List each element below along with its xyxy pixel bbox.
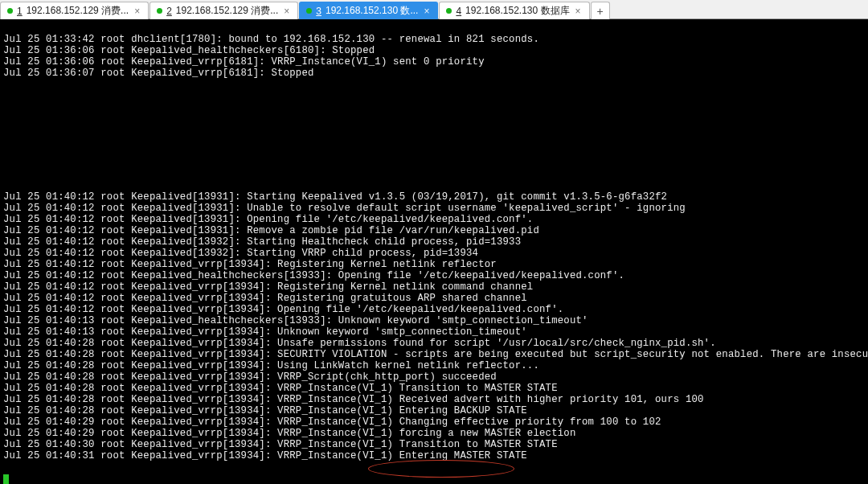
- log-line: Jul 25 01:40:28 root Keepalived_vrrp[139…: [3, 338, 866, 349]
- tab-index: 1: [17, 6, 23, 17]
- log-line: Jul 25 01:40:12 root Keepalived_vrrp[139…: [3, 281, 866, 293]
- terminal-output[interactable]: Jul 25 01:33:42 root dhclient[1780]: bou…: [0, 19, 868, 484]
- status-dot-icon: [157, 8, 162, 14]
- log-gap: [3, 90, 866, 180]
- log-line: Jul 25 01:40:12 root Keepalived[13932]: …: [3, 236, 866, 248]
- log-line: Jul 25 01:40:12 root Keepalived_vrrp[139…: [3, 259, 866, 270]
- tab-label: 192.168.152.129 消费...: [176, 4, 278, 18]
- tab-label: 192.168.152.130 数据库: [465, 4, 569, 18]
- log-line: Jul 25 01:36:06 root Keepalived_vrrp[618…: [3, 56, 866, 68]
- log-line: Jul 25 01:40:12 root Keepalived[13931]: …: [3, 225, 866, 236]
- log-line: Jul 25 01:36:06 root Keepalived_healthch…: [3, 45, 866, 56]
- close-icon[interactable]: ×: [282, 6, 291, 17]
- log-line: Jul 25 01:40:12 root Keepalived[13931]: …: [3, 203, 866, 214]
- close-icon[interactable]: ×: [574, 6, 583, 17]
- log-line: Jul 25 01:40:28 root Keepalived_vrrp[139…: [3, 383, 866, 394]
- tab-3[interactable]: 3 192.168.152.130 数... ×: [299, 2, 438, 19]
- tab-label: 192.168.152.129 消费...: [27, 4, 129, 18]
- log-line: Jul 25 01:40:28 root Keepalived_vrrp[139…: [3, 371, 866, 383]
- tab-index: 3: [316, 6, 321, 17]
- log-line: Jul 25 01:40:28 root Keepalived_vrrp[139…: [3, 405, 866, 416]
- log-line: Jul 25 01:40:12 root Keepalived_vrrp[139…: [3, 304, 866, 315]
- log-line: Jul 25 01:36:07 root Keepalived_vrrp[618…: [3, 68, 866, 79]
- log-line: Jul 25 01:40:29 root Keepalived_vrrp[139…: [3, 416, 866, 428]
- tab-index: 4: [456, 6, 461, 17]
- log-block-1: Jul 25 01:33:42 root dhclient[1780]: bou…: [3, 34, 866, 79]
- log-line: Jul 25 01:40:12 root Keepalived[13931]: …: [3, 214, 866, 225]
- close-icon[interactable]: ×: [422, 6, 431, 17]
- plus-icon: +: [596, 5, 603, 18]
- log-line: Jul 25 01:40:29 root Keepalived_vrrp[139…: [3, 428, 866, 439]
- status-dot-icon: [7, 8, 13, 14]
- log-line: Jul 25 01:40:31 root Keepalived_vrrp[139…: [3, 450, 866, 461]
- highlight-annotation: [368, 460, 514, 478]
- status-dot-icon: [446, 8, 452, 14]
- tab-2[interactable]: 2 192.168.152.129 消费... ×: [149, 2, 298, 19]
- log-line: Jul 25 01:40:13 root Keepalived_vrrp[139…: [3, 326, 866, 338]
- log-line: Jul 25 01:40:12 root Keepalived[13931]: …: [3, 191, 866, 203]
- close-icon[interactable]: ×: [133, 6, 141, 17]
- tab-1[interactable]: 1 192.168.152.129 消费... ×: [0, 2, 149, 19]
- tab-4[interactable]: 4 192.168.152.130 数据库 ×: [439, 2, 589, 19]
- log-line: Jul 25 01:40:12 root Keepalived[13932]: …: [3, 248, 866, 259]
- log-line: Jul 25 01:40:12 root Keepalived_vrrp[139…: [3, 293, 866, 304]
- status-dot-icon: [306, 8, 312, 14]
- log-line: Jul 25 01:40:30 root Keepalived_vrrp[139…: [3, 439, 866, 450]
- log-block-2: Jul 25 01:40:12 root Keepalived[13931]: …: [3, 191, 866, 461]
- tab-bar: 1 192.168.152.129 消费... × 2 192.168.152.…: [0, 0, 868, 19]
- log-line: Jul 25 01:40:13 root Keepalived_healthch…: [3, 315, 866, 326]
- tab-index: 2: [166, 6, 172, 17]
- log-line: Jul 25 01:40:28 root Keepalived_vrrp[139…: [3, 360, 866, 371]
- new-tab-button[interactable]: +: [591, 2, 610, 19]
- tab-label: 192.168.152.130 数...: [326, 4, 418, 18]
- log-line: Jul 25 01:40:12 root Keepalived_healthch…: [3, 270, 866, 281]
- terminal-cursor: [3, 474, 9, 484]
- log-line: Jul 25 01:40:28 root Keepalived_vrrp[139…: [3, 394, 866, 405]
- log-line: Jul 25 01:33:42 root dhclient[1780]: bou…: [3, 34, 866, 45]
- log-line: Jul 25 01:40:28 root Keepalived_vrrp[139…: [3, 349, 866, 360]
